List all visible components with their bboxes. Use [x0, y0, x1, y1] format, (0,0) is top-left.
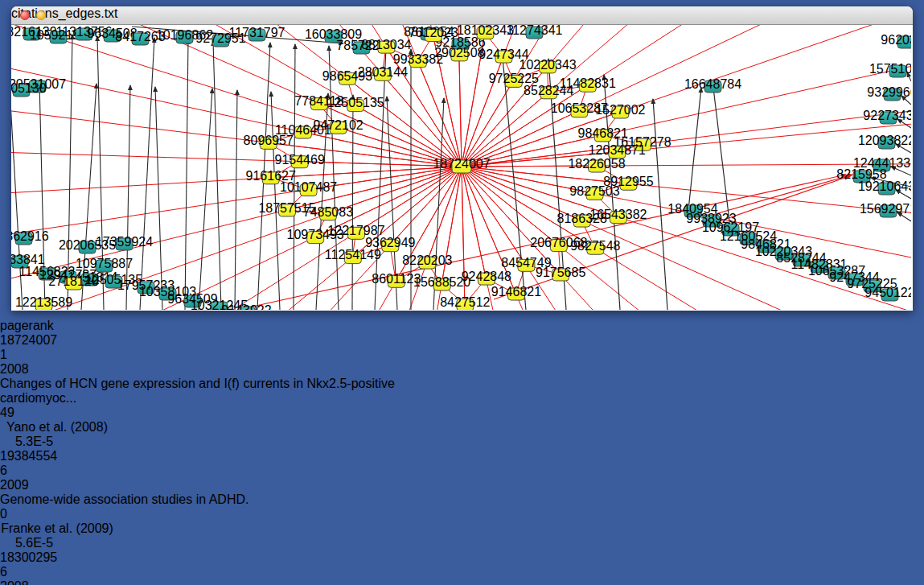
zoom-window-button[interactable] — [52, 10, 62, 20]
graph-node[interactable]: 16648784 — [684, 77, 741, 93]
cell-title: Genome-wide association studies in ADHD. — [0, 492, 398, 507]
graph-node[interactable]: 8220203 — [402, 253, 452, 269]
network-window-titlebar[interactable]: citations_edges.txt — [11, 6, 913, 25]
svg-text:2902508: 2902508 — [434, 46, 484, 60]
minimize-window-button[interactable] — [36, 10, 46, 20]
svg-text:11254149: 11254149 — [325, 248, 381, 262]
cell-out-de-: 49 — [0, 406, 53, 420]
graph-node[interactable]: 12093822 — [858, 134, 911, 149]
svg-text:11731797: 11731797 — [229, 26, 285, 39]
graph-node[interactable]: 8186328 — [557, 212, 607, 227]
svg-text:17359924: 17359924 — [96, 235, 153, 249]
svg-text:18724007: 18724007 — [433, 157, 490, 171]
cell-pagerank: 5.3E-5 — [0, 435, 68, 449]
graph-node[interactable]: 8427512 — [440, 295, 490, 310]
svg-text:9146821: 9146821 — [491, 285, 541, 299]
graph-node[interactable]: 18102343 — [457, 25, 514, 39]
cell-year: 2008 — [0, 362, 59, 377]
table-row[interactable]: 1872400712008Changes of HCN gene express… — [0, 333, 924, 449]
graph-node[interactable]: 10973493 — [287, 228, 344, 243]
cell-out-de-: 0 — [0, 507, 53, 521]
graph-node[interactable]: 1527002 — [595, 103, 645, 118]
graph-node[interactable]: 8601123 — [372, 272, 421, 287]
graph-node[interactable]: 9862916 — [11, 229, 49, 245]
column-header-pagerank[interactable]: pagerank — [0, 319, 68, 333]
graph-node[interactable]: 11254149 — [325, 248, 381, 263]
close-window-button[interactable] — [20, 10, 30, 20]
graph-node[interactable]: 8813034 — [361, 38, 411, 53]
svg-text:18226058: 18226058 — [568, 157, 625, 171]
graph-node[interactable]: 9827503 — [569, 184, 619, 200]
svg-text:9620329: 9620329 — [881, 33, 911, 47]
graph-node[interactable]: 12213589 — [15, 295, 72, 310]
network-canvas[interactable]: 8216139105921971131375696345088417263101… — [11, 25, 913, 313]
graph-node[interactable]: 15692971 — [860, 202, 911, 217]
svg-text:12034871: 12034871 — [589, 143, 646, 157]
cell-short: Yano et al. (2008) — [0, 420, 114, 435]
table-row[interactable]: 1830029562008Estimation of significance … — [0, 550, 924, 585]
svg-text:8601123: 8601123 — [372, 272, 421, 286]
svg-text:7612023: 7612023 — [409, 26, 458, 39]
svg-text:15692971: 15692971 — [860, 202, 911, 216]
svg-text:8186328: 8186328 — [557, 212, 607, 225]
graph-node[interactable]: 9227343 — [863, 109, 911, 124]
svg-text:9472102: 9472102 — [313, 118, 363, 132]
graph-node[interactable]: 15751074 — [869, 62, 911, 77]
cell-pagerank: 5.6E-5 — [0, 536, 68, 550]
graph-node[interactable]: 10107487 — [280, 180, 337, 196]
graph-node[interactable]: 9161627 — [246, 169, 296, 184]
network-view-background: citations_edges.txt 82161391059219711313… — [0, 0, 924, 319]
svg-text:9505130: 9505130 — [11, 81, 47, 95]
graph-node[interactable]: 7612023 — [409, 26, 458, 41]
table-row[interactable]: 1938455462009Genome-wide association stu… — [0, 449, 924, 550]
svg-text:10973493: 10973493 — [287, 228, 344, 241]
graph-node[interactable]: 20676068 — [530, 236, 587, 251]
svg-text:11274341: 11274341 — [507, 25, 563, 37]
graph-node[interactable]: 9450122 — [864, 286, 911, 301]
svg-text:18757515: 18757515 — [258, 201, 315, 215]
svg-text:9227343: 9227343 — [863, 109, 911, 122]
column-header-label: pagerank — [0, 319, 54, 332]
graph-node[interactable]: 15688520 — [413, 275, 470, 290]
svg-text:8220203: 8220203 — [402, 253, 452, 267]
svg-text:18102343: 18102343 — [457, 25, 514, 37]
graph-node[interactable]: 9143922 — [221, 303, 271, 310]
svg-text:10975887: 10975887 — [76, 257, 133, 270]
graph-node[interactable]: 2803144 — [358, 65, 408, 80]
svg-text:19210643: 19210643 — [858, 179, 911, 193]
svg-text:9862916: 9862916 — [11, 229, 49, 243]
graph-node[interactable]: 19210643 — [858, 179, 911, 195]
network-graph[interactable]: 8216139105921971131375696345088417263101… — [11, 25, 911, 310]
svg-text:1527002: 1527002 — [595, 103, 645, 117]
graph-node[interactable]: 9329966 — [867, 85, 911, 101]
svg-text:9154469: 9154469 — [275, 153, 325, 167]
graph-node[interactable]: 10975887 — [76, 257, 133, 272]
graph-node[interactable]: 2718120 — [48, 274, 98, 290]
graph-node[interactable]: 9146821 — [491, 285, 541, 300]
graph-node[interactable]: 11274341 — [507, 25, 563, 39]
graph-node[interactable]: 2902508 — [434, 46, 484, 61]
graph-node[interactable]: 10220343 — [519, 58, 576, 73]
graph-node[interactable]: 18724007 — [433, 157, 490, 173]
svg-text:12213589: 12213589 — [15, 295, 72, 309]
cell-title: Changes of HCN gene expression and I(f) … — [0, 377, 398, 406]
svg-text:9827503: 9827503 — [569, 184, 619, 198]
cell-in-degree: 6 — [0, 565, 69, 579]
graph-node[interactable]: 9154469 — [275, 153, 325, 168]
graph-node[interactable]: 12505135 — [327, 96, 384, 111]
graph-node[interactable]: 18757515 — [258, 201, 315, 216]
svg-text:15688520: 15688520 — [413, 275, 470, 289]
graph-node[interactable]: 11482831 — [560, 76, 616, 92]
svg-text:9329966: 9329966 — [867, 85, 911, 99]
svg-text:12093822: 12093822 — [858, 134, 911, 147]
svg-text:8427512: 8427512 — [440, 295, 490, 309]
svg-text:10107487: 10107487 — [280, 180, 337, 194]
graph-node[interactable]: 9472102 — [313, 118, 363, 134]
graph-node[interactable]: 18226058 — [568, 157, 625, 172]
graph-node[interactable]: 17359924 — [96, 235, 153, 250]
graph-node[interactable]: 12034871 — [589, 143, 646, 159]
graph-node[interactable]: 9505130 — [11, 81, 47, 97]
graph-node[interactable]: 9620329 — [881, 33, 911, 48]
graph-node[interactable]: 11731797 — [229, 26, 285, 41]
cell-name: 18724007 — [0, 333, 60, 348]
